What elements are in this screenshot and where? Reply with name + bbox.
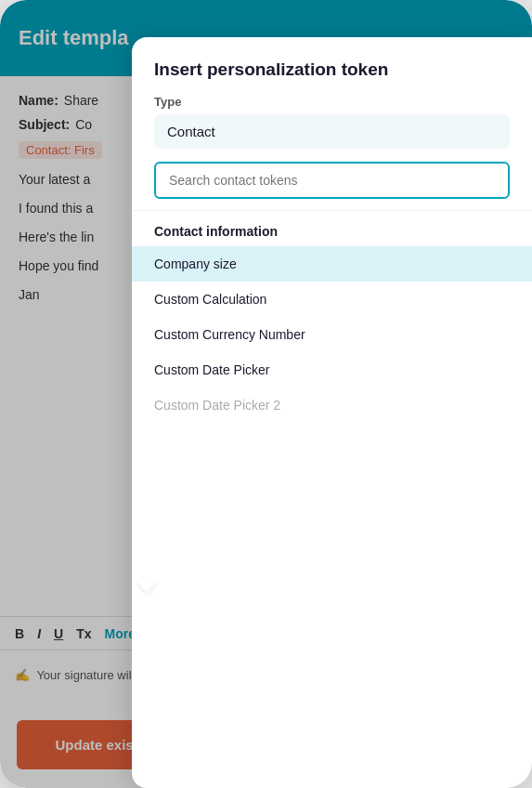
type-value: Contact	[154, 114, 510, 149]
type-label: Type	[154, 95, 510, 109]
personalization-modal: Insert personalization token Type Contac…	[132, 37, 532, 788]
token-list: Contact information Company size Custom …	[132, 211, 532, 423]
modal-title: Insert personalization token	[154, 59, 510, 80]
phone-container: Edit templa Name: Share Subject: Co Cont…	[0, 0, 532, 788]
list-item[interactable]: Custom Date Picker	[132, 352, 532, 387]
list-item[interactable]: Custom Calculation	[132, 282, 532, 317]
list-item[interactable]: Company size	[132, 246, 532, 282]
modal-header: Insert personalization token Type Contac…	[132, 37, 532, 211]
search-contact-input[interactable]	[154, 162, 510, 199]
contact-info-section-label: Contact information	[132, 211, 532, 246]
modal-pointer	[136, 580, 158, 593]
list-item[interactable]: Custom Date Picker 2	[132, 387, 532, 423]
list-item[interactable]: Custom Currency Number	[132, 317, 532, 352]
